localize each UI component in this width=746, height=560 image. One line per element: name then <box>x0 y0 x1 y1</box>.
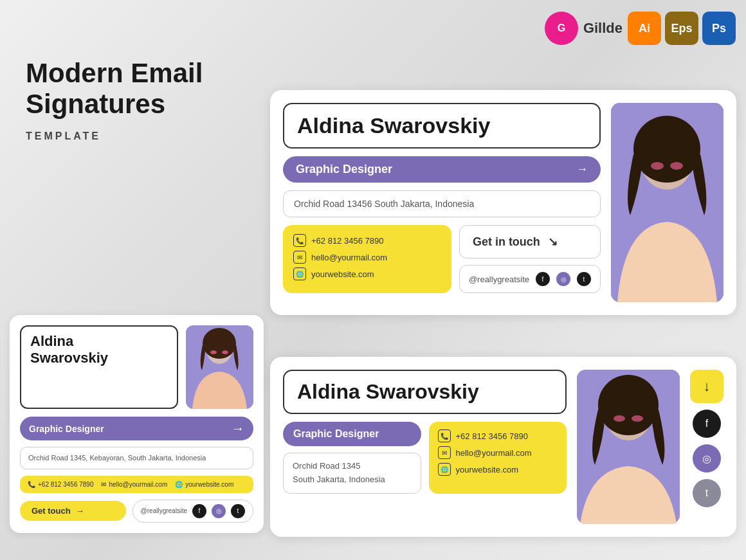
small-card: Aldina Swarovskiy Graphic Designer <box>10 315 264 533</box>
twitter-icon-small[interactable]: t <box>231 504 245 518</box>
svg-point-14 <box>598 375 659 435</box>
large-top-phone: 📞 +62 812 3456 7890 <box>293 234 441 247</box>
badge-ps: Ps <box>702 12 736 45</box>
large-bottom-role: Graphic Designer <box>283 422 421 446</box>
twitter-btn-bottom[interactable]: t <box>693 479 721 507</box>
svg-point-11 <box>670 162 683 170</box>
role-arrow-icon: → <box>232 421 244 436</box>
large-top-email: ✉ hello@yourmail.com <box>293 251 441 264</box>
small-card-top: Aldina Swarovskiy <box>20 325 253 409</box>
small-card-social: @reallygreatsite f ◎ t <box>132 500 253 523</box>
get-touch-button-small[interactable]: Get touch → <box>20 501 126 521</box>
facebook-icon-large[interactable]: f <box>536 272 550 286</box>
email-icon-large: ✉ <box>293 251 306 264</box>
large-top-contact-block: 📞 +62 812 3456 7890 ✉ hello@yourmail.com… <box>283 225 451 293</box>
main-title: Modern Email Signatures <box>26 58 203 120</box>
small-card-bottom-row: Get touch → @reallygreatsite f ◎ t <box>20 500 253 523</box>
title-line1: Modern Email <box>26 58 203 88</box>
social-handle-large: @reallygreatsite <box>469 275 529 284</box>
svg-text:G: G <box>558 23 565 33</box>
large-bottom-name: Aldina Swarovskiy <box>283 370 567 414</box>
large-bottom-address: Orchid Road 1345 South Jakarta, Indonesi… <box>283 453 421 494</box>
large-bottom-left: Graphic Designer Orchid Road 1345 South … <box>283 422 421 494</box>
large-bottom-website: 🌐 yourwebsite.com <box>438 463 558 476</box>
svg-point-6 <box>222 350 228 354</box>
format-badges: Ai Eps Ps <box>628 12 736 45</box>
instagram-btn-bottom[interactable]: ◎ <box>693 444 721 473</box>
phone-icon-bottom: 📞 <box>438 429 451 442</box>
svg-point-10 <box>651 162 664 170</box>
left-title-area: Modern Email Signatures TEMPLATE <box>26 58 203 142</box>
website-icon-large: 🌐 <box>293 267 306 280</box>
phone-icon: 📞 <box>28 481 35 488</box>
large-top-name: Aldina Swarovskiy <box>283 103 601 149</box>
instagram-icon-small[interactable]: ◎ <box>212 504 226 518</box>
svg-point-16 <box>632 415 643 422</box>
subtitle: TEMPLATE <box>26 131 203 142</box>
title-line2: Signatures <box>26 89 165 119</box>
badge-ai: Ai <box>628 12 661 45</box>
social-handle-small: @reallygreatsite <box>141 507 187 514</box>
website-icon: 🌐 <box>175 481 183 488</box>
large-bottom-photo <box>577 370 680 524</box>
large-bottom-mid: Graphic Designer Orchid Road 1345 South … <box>283 422 567 494</box>
large-top-right-block: Get in touch ↘ @reallygreatsite f ◎ t <box>459 225 601 293</box>
large-top-role: Graphic Designer → <box>283 156 601 183</box>
large-card-bottom: Aldina Swarovskiy Graphic Designer Orchi… <box>270 357 736 537</box>
get-touch-button-large[interactable]: Get in touch ↘ <box>459 225 601 258</box>
get-touch-arrow-icon: ↘ <box>548 235 558 249</box>
download-button[interactable]: ↓ <box>690 370 723 403</box>
facebook-icon-small[interactable]: f <box>192 504 206 518</box>
brand-logo: G <box>545 12 578 45</box>
small-card-contact-row: 📞 +62 812 3456 7890 ✉ hello@yourmail.com… <box>20 476 253 493</box>
svg-point-15 <box>614 415 625 422</box>
large-bottom-right: 📞 +62 812 3456 7890 ✉ hello@yourmail.com… <box>429 422 567 494</box>
large-bottom-phone: 📞 +62 812 3456 7890 <box>438 429 558 442</box>
large-card-top: Aldina Swarovskiy Graphic Designer → Orc… <box>270 90 736 315</box>
small-card-name: Aldina Swarovskiy <box>20 325 178 409</box>
touch-arrow-icon: → <box>76 506 84 516</box>
twitter-icon-large[interactable]: t <box>577 272 591 286</box>
large-top-address: Orchid Road 13456 South Jakarta, Indones… <box>283 190 601 217</box>
large-bottom-content: Aldina Swarovskiy Graphic Designer Orchi… <box>283 370 567 524</box>
large-bottom-contact: 📞 +62 812 3456 7890 ✉ hello@yourmail.com… <box>429 422 567 494</box>
svg-point-5 <box>210 350 217 354</box>
email-icon: ✉ <box>101 481 106 488</box>
large-card-top-inner: Aldina Swarovskiy Graphic Designer → Orc… <box>283 103 723 302</box>
large-bottom-right-actions: ↓ f ◎ t <box>690 370 723 524</box>
svg-point-9 <box>633 116 700 183</box>
large-top-bottom-section: 📞 +62 812 3456 7890 ✉ hello@yourmail.com… <box>283 225 601 293</box>
small-card-address: Orchid Road 1345, Kebayoran, South Jakar… <box>20 447 253 469</box>
large-top-website: 🌐 yourwebsite.com <box>293 267 441 280</box>
phone-icon-large: 📞 <box>293 234 306 247</box>
large-card-top-content: Aldina Swarovskiy Graphic Designer → Orc… <box>283 103 601 302</box>
website-icon-bottom: 🌐 <box>438 463 451 476</box>
small-card-phone: 📞 +62 812 3456 7890 <box>28 481 93 488</box>
large-top-role-arrow: → <box>576 163 588 176</box>
email-icon-bottom: ✉ <box>438 446 451 459</box>
brand-name-text: Gillde <box>583 20 623 37</box>
badge-eps: Eps <box>665 12 698 45</box>
large-bottom-email: ✉ hello@yourmail.com <box>438 446 558 459</box>
small-card-role: Graphic Designer → <box>20 417 253 440</box>
brand-area: G Gillde Ai Eps Ps <box>545 12 736 45</box>
small-card-email: ✉ hello@yourmail.com <box>101 481 167 488</box>
svg-point-4 <box>203 328 236 359</box>
large-card-bottom-inner: Aldina Swarovskiy Graphic Designer Orchi… <box>283 370 723 524</box>
large-top-photo <box>611 103 723 302</box>
small-card-photo <box>186 325 253 409</box>
small-card-website: 🌐 yourwebsite.com <box>175 481 233 488</box>
large-top-social: @reallygreatsite f ◎ t <box>459 265 601 293</box>
instagram-icon-large[interactable]: ◎ <box>556 272 570 286</box>
facebook-btn-bottom[interactable]: f <box>693 410 721 438</box>
